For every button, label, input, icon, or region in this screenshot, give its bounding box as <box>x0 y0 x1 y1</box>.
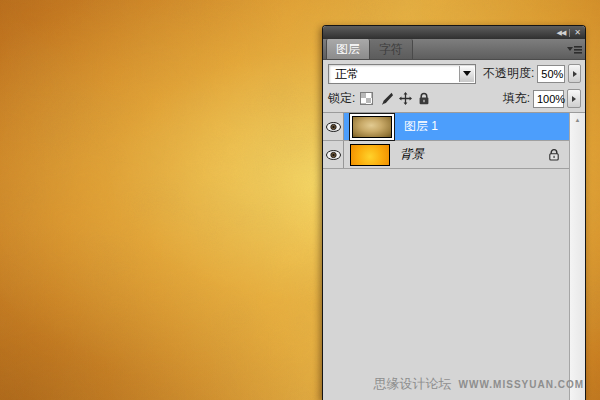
watermark-site-name: 思缘设计论坛 <box>374 375 452 393</box>
panel-tabbar: 图层 字符 <box>323 39 585 60</box>
scroll-up-icon[interactable]: ▲ <box>570 113 585 126</box>
lock-paint-icon[interactable] <box>379 92 393 106</box>
layer-name[interactable]: 图层 1 <box>404 118 438 135</box>
blend-mode-select[interactable]: 正常 <box>328 64 476 84</box>
tabbar-spacer <box>413 39 563 59</box>
lock-all-icon[interactable] <box>418 92 430 105</box>
titlebar-divider <box>569 29 570 37</box>
fill-input[interactable]: 100% <box>533 90 564 108</box>
layer-row-main[interactable]: 背景 <box>344 141 569 168</box>
opacity-label: 不透明度: <box>483 65 534 82</box>
lock-transparency-icon[interactable] <box>360 92 373 105</box>
lock-label: 锁定: <box>328 90 355 107</box>
collapse-to-icons-icon[interactable]: ◀◀ <box>557 29 566 36</box>
panel-titlebar[interactable]: ◀◀ ✕ <box>323 26 585 39</box>
layer-name[interactable]: 背景 <box>400 146 424 163</box>
tab-character[interactable]: 字符 <box>370 39 413 59</box>
eye-icon <box>326 150 341 160</box>
lock-position-icon[interactable] <box>399 92 412 105</box>
blend-mode-value: 正常 <box>335 67 359 81</box>
layers-panel: ◀◀ ✕ 图层 字符 正常 不透明度: 50% <box>322 25 586 400</box>
layer-thumbnail[interactable] <box>350 144 390 166</box>
lock-buttons <box>360 92 430 106</box>
chevron-down-icon[interactable] <box>459 66 474 82</box>
watermark-site-url: WWW.MISSYUAN.COM <box>459 379 584 390</box>
panel-content: 正常 不透明度: 50% 锁定: 填充: <box>323 60 585 400</box>
fill-spinner-icon[interactable] <box>567 89 581 108</box>
fill-label: 填充: <box>503 90 530 107</box>
layer-row-background[interactable]: 背景 <box>323 141 569 169</box>
watermark: 思缘设计论坛 WWW.MISSYUAN.COM <box>374 375 584 393</box>
close-icon[interactable]: ✕ <box>574 28 581 37</box>
visibility-toggle[interactable] <box>323 141 344 168</box>
layer-row-main[interactable]: 图层 1 <box>344 113 569 140</box>
eye-icon <box>326 122 341 132</box>
layer-thumbnail[interactable] <box>352 116 392 138</box>
visibility-toggle[interactable] <box>323 113 344 140</box>
tab-layers[interactable]: 图层 <box>326 39 370 59</box>
opacity-spinner-icon[interactable] <box>568 64 581 83</box>
lock-row: 锁定: 填充: 100% <box>323 87 585 112</box>
layers-list: 图层 1 背景 <box>323 112 585 400</box>
opacity-input[interactable]: 50% <box>537 65 565 83</box>
panel-menu-icon[interactable] <box>563 39 585 59</box>
vertical-scrollbar[interactable]: ▲ <box>569 113 585 400</box>
layer-lock-icon <box>548 148 560 161</box>
layer-thumbnail-frame <box>350 114 394 140</box>
blend-mode-row: 正常 不透明度: 50% <box>323 60 585 87</box>
layer-row-layer1[interactable]: 图层 1 <box>323 113 569 141</box>
